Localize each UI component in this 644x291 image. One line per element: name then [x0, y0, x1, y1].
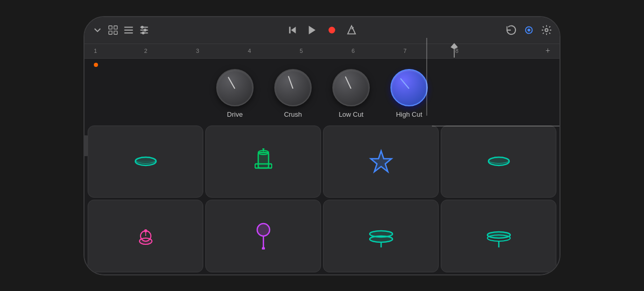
drum-pads-section [85, 123, 559, 274]
svg-point-12 [142, 32, 144, 34]
ruler-mark-6: 6 [352, 48, 355, 54]
svg-point-16 [329, 27, 335, 34]
record-button[interactable] [326, 24, 338, 36]
svg-rect-2 [109, 31, 112, 34]
svg-point-54 [370, 236, 393, 242]
drive-label: Drive [227, 110, 243, 118]
ruler-mark-3: 3 [196, 48, 199, 54]
pad-8-icon [485, 225, 512, 247]
main-content: Drive Crush Low Cut [85, 59, 559, 274]
mixer-button[interactable] [138, 24, 150, 36]
crush-knob-container: Crush [274, 69, 312, 118]
drive-knob-container: Drive [216, 69, 254, 118]
pad-7[interactable] [323, 200, 439, 272]
toolbar-left [92, 24, 283, 36]
ruler-mark-7: 7 [403, 48, 407, 54]
timeline-ruler: 1 2 3 4 5 6 7 8 + [85, 44, 559, 59]
smart-button[interactable] [523, 24, 535, 36]
toolbar-right [361, 24, 552, 36]
crush-label: Crush [284, 110, 302, 118]
add-track-button[interactable]: + [545, 46, 550, 56]
pad-2[interactable] [205, 126, 321, 198]
pad-4[interactable] [441, 126, 556, 198]
layout-button[interactable] [107, 24, 119, 36]
svg-marker-22 [451, 43, 458, 49]
lowcut-knob-indicator [345, 76, 352, 89]
svg-point-21 [545, 29, 548, 32]
ruler-mark-1: 1 [94, 48, 97, 54]
toolbar-center [287, 24, 357, 36]
pad-1[interactable] [88, 126, 203, 198]
rewind-button[interactable] [287, 24, 298, 36]
crush-knob-indicator [288, 76, 293, 89]
metronome-button[interactable] [346, 24, 357, 36]
svg-rect-0 [109, 26, 112, 29]
svg-point-44 [144, 229, 147, 232]
pad-3[interactable] [323, 126, 439, 198]
toolbar [85, 17, 559, 44]
playhead [450, 43, 458, 58]
list-button[interactable] [123, 24, 134, 36]
pad-5[interactable] [88, 200, 203, 272]
orange-dot [94, 63, 98, 67]
pad-8[interactable] [441, 200, 556, 272]
svg-point-20 [528, 29, 530, 31]
highcut-label: High Cut [396, 110, 423, 118]
dropdown-button[interactable] [92, 24, 103, 36]
ruler-mark-5: 5 [300, 48, 303, 54]
ruler-numbers: 1 2 3 4 5 6 7 8 + [90, 44, 554, 58]
pad-6-icon [253, 223, 274, 250]
svg-point-50 [262, 247, 265, 250]
pad-7-icon [368, 225, 395, 247]
play-button[interactable] [306, 24, 318, 36]
svg-point-11 [144, 29, 146, 31]
pad-2-icon [252, 148, 275, 174]
pad-6[interactable] [205, 200, 321, 272]
highcut-knob-indicator [400, 78, 410, 89]
settings-button[interactable] [541, 24, 552, 36]
ruler-mark-4: 4 [248, 48, 251, 54]
undo-button[interactable] [506, 24, 517, 36]
phone-container: 1 2 3 4 5 6 7 8 + [0, 0, 644, 291]
lowcut-knob[interactable] [332, 69, 370, 106]
svg-marker-39 [371, 151, 391, 172]
svg-rect-14 [289, 27, 291, 34]
pad-4-icon [486, 154, 511, 169]
phone-screen: 1 2 3 4 5 6 7 8 + [83, 16, 561, 275]
svg-point-33 [262, 148, 264, 150]
svg-marker-17 [348, 26, 356, 34]
pad-1-icon [133, 154, 158, 169]
highcut-knob-container: High Cut [390, 69, 428, 118]
knobs-section: Drive Crush Low Cut [85, 59, 559, 123]
drive-knob[interactable] [216, 69, 254, 106]
ruler-mark-2: 2 [144, 48, 147, 54]
svg-point-48 [257, 224, 270, 236]
drive-knob-indicator [228, 76, 235, 89]
lowcut-knob-container: Low Cut [332, 69, 370, 118]
svg-rect-1 [114, 26, 117, 29]
crush-knob[interactable] [274, 69, 312, 106]
svg-point-10 [142, 26, 144, 29]
pad-3-icon [368, 148, 394, 174]
highcut-knob[interactable] [390, 69, 428, 106]
pad-5-icon [134, 224, 157, 248]
svg-marker-15 [309, 26, 316, 35]
svg-rect-3 [114, 31, 117, 34]
lowcut-label: Low Cut [339, 110, 363, 118]
svg-marker-13 [291, 27, 296, 34]
